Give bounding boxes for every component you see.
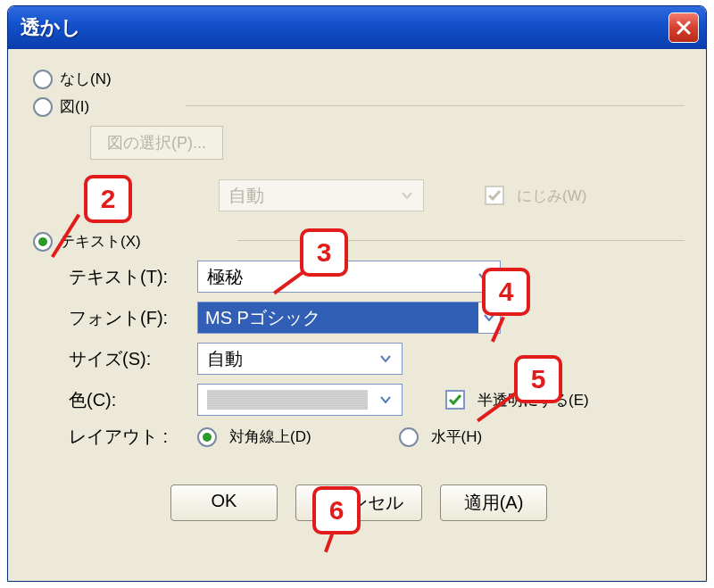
callout-4: 4 [482, 268, 530, 316]
image-scale-select: 自動 [219, 179, 424, 211]
chevron-down-icon[interactable] [375, 389, 396, 410]
radio-none[interactable] [33, 70, 53, 89]
washout-checkbox [485, 186, 504, 205]
washout-label: にじみ(W) [517, 186, 586, 206]
apply-button[interactable]: 適用(A) [440, 484, 547, 521]
semitransparent-checkbox[interactable] [445, 390, 465, 410]
text-field-label: テキスト(T): [69, 265, 185, 289]
radio-none-label: なし(N) [60, 69, 112, 89]
divider [186, 105, 685, 106]
image-scale-value: 自動 [228, 184, 264, 208]
font-field-label: フォント(F): [69, 306, 185, 330]
layout-field-label: レイアウト : [69, 425, 185, 449]
font-select[interactable]: MS Pゴシック [197, 302, 501, 334]
radio-none-row[interactable]: なし(N) [33, 69, 685, 89]
select-image-button: 図の選択(P)... [90, 126, 223, 160]
window-title: 透かし [21, 14, 81, 41]
text-value: 極秘 [207, 265, 243, 289]
callout-6: 6 [312, 486, 361, 534]
size-field-label: サイズ(S): [69, 347, 185, 371]
dialog-content: なし(N) 図(I) 図の選択(P)... 自動 にじみ(W) テキス [8, 49, 706, 532]
callout-3: 3 [300, 228, 348, 277]
radio-diagonal-label: 対角線上(D) [229, 427, 311, 447]
radio-image-label: 図(I) [60, 96, 89, 117]
radio-text[interactable] [33, 232, 53, 252]
titlebar: 透かし [8, 6, 706, 49]
text-input[interactable]: 極秘 [197, 261, 501, 293]
radio-horizontal-label: 水平(H) [431, 427, 483, 447]
radio-text-label: テキスト(X) [60, 231, 141, 252]
radio-text-row[interactable]: テキスト(X) [33, 231, 685, 252]
size-select[interactable]: 自動 [197, 343, 403, 375]
color-select[interactable] [197, 384, 403, 416]
close-icon [676, 20, 692, 36]
callout-2: 2 [84, 175, 132, 223]
chevron-down-icon[interactable] [375, 348, 396, 369]
color-swatch [207, 390, 368, 410]
font-value: MS Pゴシック [198, 302, 478, 333]
radio-diagonal[interactable] [197, 427, 217, 447]
radio-image-row[interactable]: 図(I) [33, 96, 685, 117]
close-button[interactable] [668, 12, 699, 43]
callout-5: 5 [514, 355, 562, 403]
color-field-label: 色(C): [69, 388, 185, 412]
size-value: 自動 [207, 347, 243, 371]
chevron-down-icon [396, 185, 418, 206]
radio-image[interactable] [33, 97, 53, 117]
radio-horizontal[interactable] [399, 427, 419, 447]
ok-button[interactable]: OK [170, 484, 278, 521]
